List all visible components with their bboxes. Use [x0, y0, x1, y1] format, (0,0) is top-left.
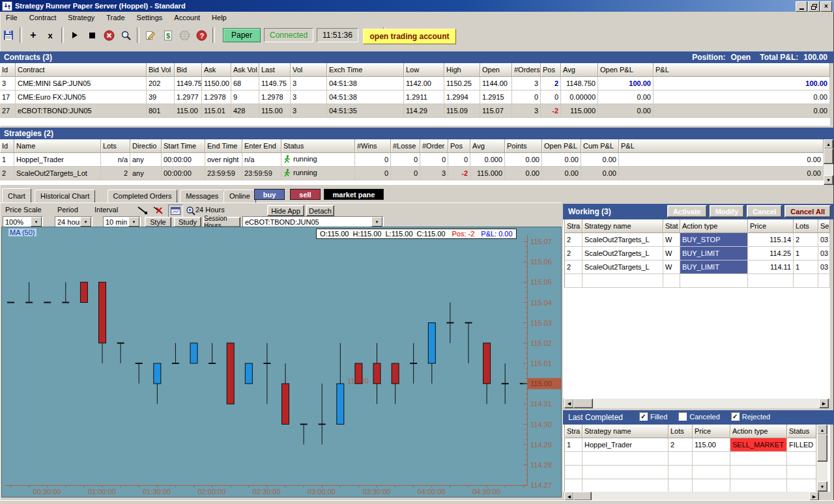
table-row[interactable]: [565, 452, 816, 466]
checkbox-icon[interactable]: ✓: [731, 412, 740, 421]
open-trading-account-button[interactable]: open trading account: [363, 29, 456, 44]
column-header[interactable]: High: [444, 63, 480, 77]
table-row[interactable]: 2ScaleOut2Targets_LWBUY_LIMIT114.25103: [565, 247, 830, 260]
filter-rejected[interactable]: ✓Rejected: [731, 412, 770, 421]
scroll-down-button[interactable]: ▼: [824, 175, 833, 185]
scroll-left-button[interactable]: ◀: [564, 399, 574, 408]
chevron-down-icon[interactable]: ▼: [31, 217, 42, 227]
hide-app-button[interactable]: Hide App: [267, 205, 304, 216]
scroll-up-button[interactable]: ▲: [824, 139, 833, 149]
column-header[interactable]: Bid: [175, 63, 202, 77]
table-row[interactable]: 2ScaleOut2Targets_LWBUY_STOP115.14203: [565, 233, 830, 247]
close-button[interactable]: ×: [820, 1, 832, 12]
table-row[interactable]: [565, 466, 816, 479]
column-header[interactable]: #Orders: [512, 63, 541, 77]
draw-trendline-button[interactable]: [136, 204, 149, 216]
table-row[interactable]: 3CME:MINI S&P:JUN052021149.751150.006811…: [0, 77, 830, 91]
column-header[interactable]: Lots: [669, 425, 693, 438]
column-header[interactable]: End Time: [205, 139, 242, 153]
column-header[interactable]: Points: [505, 139, 542, 153]
column-header[interactable]: Open: [480, 63, 512, 77]
start-strategy-button[interactable]: [67, 27, 83, 43]
column-header[interactable]: Lots: [794, 219, 818, 233]
paper-mode-button[interactable]: Paper: [223, 28, 261, 42]
column-header[interactable]: Pos: [541, 63, 561, 77]
menu-item-settings[interactable]: Settings: [131, 12, 169, 23]
column-header[interactable]: Lots: [101, 139, 130, 153]
table-row[interactable]: 17CME:Euro FX:JUN05391.29771.297891.2978…: [0, 91, 830, 104]
menu-item-contract[interactable]: Contract: [23, 12, 63, 23]
scroll-up-button[interactable]: ▲: [817, 425, 827, 435]
chart-contract-select[interactable]: eCBOT:TBOND:JUN05▼: [242, 216, 384, 227]
column-header[interactable]: Id: [0, 139, 14, 153]
strategies-vscrollbar[interactable]: ▲ ▼: [824, 139, 833, 185]
market-pane-button[interactable]: market pane: [324, 189, 384, 200]
interval-select[interactable]: 10 min▼: [103, 216, 141, 227]
column-header[interactable]: Stra: [565, 425, 582, 438]
tab-chart[interactable]: Chart: [2, 188, 31, 203]
scroll-down-button[interactable]: ▼: [817, 481, 827, 492]
table-row[interactable]: 2ScaleOut2Targets_Lot2any00:00:0023:59:5…: [0, 167, 824, 180]
table-row[interactable]: [565, 479, 816, 493]
tab-historical-chart[interactable]: Historical Chart: [35, 189, 95, 203]
help-button[interactable]: ?: [194, 27, 209, 43]
column-header[interactable]: Open P&L: [542, 139, 581, 153]
table-row[interactable]: 1Hoppel_Tradern/aany00:00:00over nightn/…: [0, 153, 824, 167]
column-header[interactable]: #Wins: [355, 139, 391, 153]
chart-properties-button[interactable]: [168, 204, 183, 217]
last-completed-hscrollbar[interactable]: ◀ ▶: [564, 492, 819, 500]
activate-button[interactable]: Activate: [667, 205, 707, 217]
menu-item-strategy[interactable]: Strategy: [62, 12, 100, 23]
last-completed-vscrollbar[interactable]: ▲ ▼: [816, 425, 827, 492]
tab-messages[interactable]: Messages: [180, 189, 224, 203]
column-header[interactable]: Ask: [202, 63, 231, 77]
column-header[interactable]: Action type: [680, 219, 748, 233]
menu-item-account[interactable]: Account: [168, 12, 206, 23]
save-button[interactable]: [1, 27, 16, 43]
column-header[interactable]: Status: [281, 139, 355, 153]
column-header[interactable]: Id: [0, 63, 16, 77]
column-header[interactable]: Stra: [565, 219, 582, 233]
cancel-orders-button[interactable]: [101, 27, 117, 43]
detach-button[interactable]: Detach: [306, 205, 334, 216]
account-statement-button[interactable]: $: [160, 27, 175, 43]
table-row[interactable]: 27eCBOT:TBOND:JUN05801115.00115.01428115…: [0, 104, 830, 118]
column-header[interactable]: Start Time: [162, 139, 205, 153]
column-header[interactable]: Strategy name: [582, 219, 663, 233]
remove-contract-button[interactable]: x: [42, 27, 58, 43]
sign-button[interactable]: [143, 27, 158, 43]
web-button[interactable]: [177, 27, 192, 43]
restore-button[interactable]: [808, 1, 820, 12]
checkbox-icon[interactable]: ✓: [639, 412, 648, 421]
menu-item-trade[interactable]: Trade: [100, 12, 130, 23]
column-header[interactable]: Bid Vol: [147, 63, 175, 77]
period-select[interactable]: 24 hour▼: [55, 216, 93, 227]
tab-online[interactable]: Online: [223, 189, 256, 203]
chevron-down-icon[interactable]: ▼: [371, 217, 382, 227]
cancel-all-button[interactable]: Cancel All: [784, 205, 831, 217]
scroll-right-button[interactable]: ▶: [809, 492, 819, 501]
column-header[interactable]: Price: [748, 219, 794, 233]
column-header[interactable]: Low: [404, 63, 444, 77]
ma-indicator-label[interactable]: MA (50): [8, 229, 36, 236]
delete-trendline-button[interactable]: [151, 204, 165, 216]
stop-strategy-button[interactable]: [84, 27, 100, 43]
column-header[interactable]: Open P&L: [598, 63, 654, 77]
column-header[interactable]: Last: [259, 63, 291, 77]
session-hours-button[interactable]: Session Hours: [203, 217, 240, 227]
table-row[interactable]: [565, 274, 830, 288]
sell-button[interactable]: sell: [290, 189, 321, 200]
column-header[interactable]: P&L: [654, 63, 830, 77]
chevron-down-icon[interactable]: ▼: [80, 217, 91, 227]
column-header[interactable]: P&L: [619, 139, 824, 153]
menu-item-file[interactable]: File: [0, 12, 23, 23]
column-header[interactable]: Vol: [291, 63, 327, 77]
column-header[interactable]: Status: [787, 425, 816, 438]
column-header[interactable]: Name: [14, 139, 101, 153]
modify-button[interactable]: Modify: [710, 205, 744, 217]
column-header[interactable]: Se: [818, 219, 830, 233]
column-header[interactable]: Avg: [470, 139, 505, 153]
working-hscrollbar[interactable]: ◀ ▶: [564, 399, 829, 408]
buy-button[interactable]: buy: [254, 189, 285, 200]
scroll-thumb[interactable]: [817, 434, 827, 462]
